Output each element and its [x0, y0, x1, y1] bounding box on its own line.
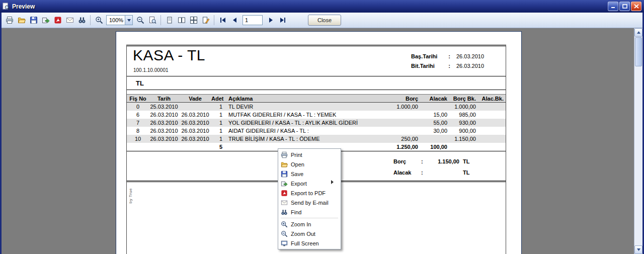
submenu-arrow-icon [331, 180, 338, 187]
title-bar: Preview [0, 0, 644, 13]
printer-icon [281, 151, 288, 158]
open-folder-icon [281, 161, 288, 168]
start-date-row: Baş.Tarihi : 26.03.2010 [411, 53, 484, 59]
menu-item-label: Save [291, 171, 303, 177]
minimize-button[interactable] [608, 2, 618, 11]
zoom-in-button[interactable] [93, 15, 105, 26]
single-page-icon [166, 16, 174, 24]
layout-two-pages-button[interactable] [176, 15, 187, 26]
first-page-button[interactable] [217, 15, 228, 26]
cell-fisno: 7 [127, 120, 149, 126]
menu-item-export[interactable]: Export [279, 179, 340, 188]
find-button[interactable] [76, 15, 88, 26]
cell-vade: 26.03.2010 [179, 120, 211, 126]
table-row: 0 25.03.2010 1 TL DEVIR 1.000,00 1.000,0… [127, 103, 506, 111]
summary-alacak-row: Alacak : TL [393, 170, 469, 176]
export-icon [42, 16, 50, 24]
summary-borc-row: Borç : 1.150,00 TL [393, 158, 469, 164]
print-button[interactable] [4, 15, 15, 26]
layout-single-page-button[interactable] [164, 15, 175, 26]
arrow-down-icon [637, 248, 640, 251]
maximize-button[interactable] [619, 2, 630, 11]
menu-item-full-screen[interactable]: Full Screen [279, 238, 340, 248]
cell-borcbk: 985,00 [449, 112, 478, 118]
scroll-up-button[interactable] [634, 28, 642, 37]
colon: : [421, 170, 428, 176]
cell-alacak: 15,00 [420, 112, 449, 118]
summary-alacak-label: Alacak [393, 170, 421, 176]
last-page-button[interactable] [277, 15, 288, 26]
total-alacak: 100,00 [420, 144, 449, 150]
next-page-button[interactable] [265, 15, 276, 26]
menu-item-zoom-in[interactable]: Zoom In [279, 219, 340, 229]
open-button[interactable] [16, 15, 27, 26]
toolbar-separator [90, 15, 91, 25]
prev-page-button[interactable] [229, 15, 240, 26]
cell-vade: 26.03.2010 [179, 136, 211, 142]
end-date-row: Bit.Tarihi : 26.03.2010 [411, 63, 484, 69]
menu-item-open[interactable]: Open [279, 159, 340, 169]
preview-window: Preview [0, 0, 644, 254]
total-adet: 5 [211, 144, 224, 150]
window-controls [608, 2, 642, 11]
page-number-input[interactable] [243, 15, 263, 25]
side-note: by True [128, 188, 133, 203]
window-title: Preview [12, 3, 35, 10]
menu-item-send-by-email[interactable]: Send by E-mail [279, 198, 340, 207]
table-row: 6 26.03.2010 26.03.2010 1 MUTFAK GIDERLE… [127, 111, 506, 119]
export-button[interactable] [40, 15, 51, 26]
section-title: TL [127, 79, 144, 87]
cell-tarih: 26.03.2010 [149, 120, 179, 126]
scroll-down-button[interactable] [634, 245, 642, 254]
page-setup-button[interactable] [200, 15, 211, 26]
menu-item-find[interactable]: Find [279, 207, 340, 217]
colon: : [442, 53, 456, 59]
prev-page-icon [231, 16, 239, 24]
export-icon [281, 180, 288, 187]
zoom-level-combo[interactable]: 100% [106, 15, 133, 25]
pdf-icon [281, 190, 288, 197]
cell-tarih: 26.03.2010 [149, 136, 179, 142]
binoculars-icon [281, 209, 288, 216]
email-icon [281, 199, 288, 206]
cell-fisno: 6 [127, 112, 149, 118]
cell-fisno: 10 [127, 136, 149, 142]
next-page-icon [267, 16, 275, 24]
page-zoom-button[interactable] [146, 15, 158, 26]
close-icon [634, 4, 639, 9]
table-row: 8 26.03.2010 26.03.2010 1 AIDAT GIDERLER… [127, 127, 506, 135]
save-button[interactable] [28, 15, 39, 26]
cell-borc: 1.000,00 [380, 104, 420, 110]
menu-item-save[interactable]: Save [279, 169, 340, 179]
close-window-button[interactable] [631, 2, 641, 11]
export-pdf-button[interactable] [52, 15, 63, 26]
report-title: KASA - TL [133, 47, 205, 64]
last-page-icon [279, 16, 287, 24]
account-code: 100.1.10.00001 [133, 67, 169, 73]
send-email-button[interactable] [64, 15, 75, 26]
col-vade: Vade [179, 96, 211, 102]
scroll-thumb[interactable] [635, 37, 642, 66]
toolbar-separator [214, 15, 214, 25]
menu-item-print[interactable]: Print [279, 150, 340, 159]
menu-item-export-to-pdf[interactable]: Export to PDF [279, 188, 340, 198]
cell-adet: 1 [211, 112, 224, 118]
column-header-row: Fiş No Tarih Vade Adet Açıklama Borç Ala… [127, 94, 506, 103]
cell-vade: 26.03.2010 [179, 128, 211, 134]
col-adet: Adet [211, 96, 224, 102]
cell-fisno: 0 [127, 104, 149, 110]
cell-fisno: 8 [127, 128, 149, 134]
menu-item-label: Full Screen [291, 240, 319, 246]
summary-borc-label: Borç [393, 158, 421, 164]
combo-dropdown-button[interactable] [125, 16, 132, 25]
vertical-scrollbar[interactable] [634, 28, 642, 254]
cell-adet: 1 [211, 128, 224, 134]
zoom-out-button[interactable] [134, 15, 146, 26]
close-preview-button[interactable]: Close [308, 15, 341, 26]
menu-item-zoom-out[interactable]: Zoom Out [279, 229, 340, 238]
app-icon [2, 2, 10, 11]
minimize-icon [611, 4, 616, 9]
colon: : [421, 158, 428, 164]
save-icon [281, 171, 288, 178]
layout-four-pages-button[interactable] [188, 15, 199, 26]
